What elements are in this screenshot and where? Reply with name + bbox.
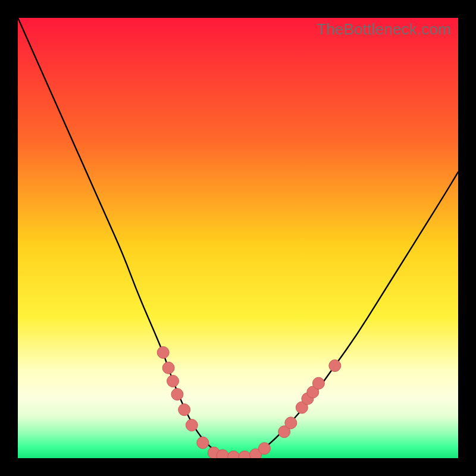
data-marker (312, 377, 324, 389)
data-marker (197, 437, 209, 449)
data-marker (258, 443, 270, 455)
bottleneck-curve (18, 18, 458, 457)
data-markers (157, 346, 341, 458)
data-marker (178, 404, 190, 416)
data-marker (157, 346, 169, 358)
chart-area: TheBottleneck.com (18, 18, 458, 458)
data-marker (162, 362, 174, 374)
curve-layer (18, 18, 458, 458)
data-marker (167, 375, 179, 387)
watermark-text: TheBottleneck.com (317, 20, 451, 39)
data-marker (285, 417, 297, 429)
data-marker (171, 389, 183, 400)
data-marker (329, 360, 341, 372)
data-marker (239, 451, 250, 458)
data-marker (186, 419, 198, 431)
data-marker (228, 451, 240, 458)
